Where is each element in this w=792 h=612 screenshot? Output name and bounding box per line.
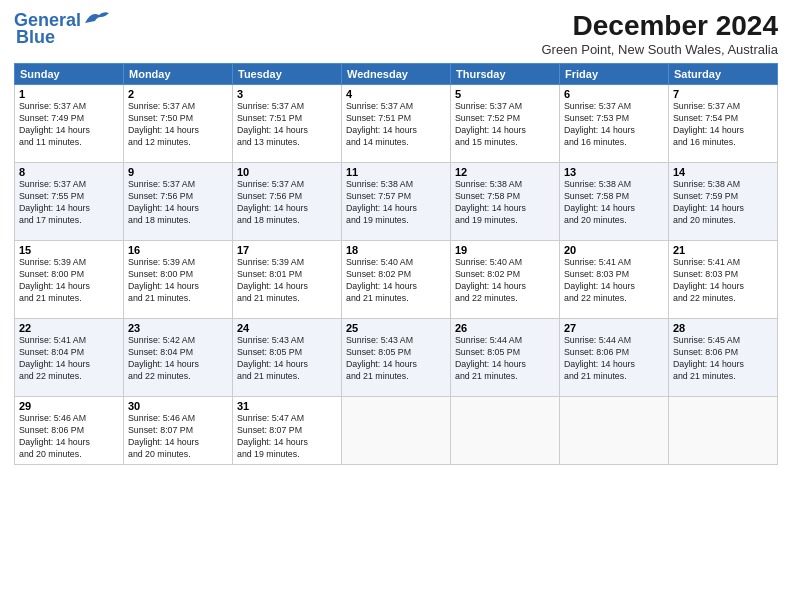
day-number: 23 bbox=[128, 322, 228, 334]
table-row: 24Sunrise: 5:43 AMSunset: 8:05 PMDayligh… bbox=[233, 319, 342, 397]
day-number: 19 bbox=[455, 244, 555, 256]
table-row: 31Sunrise: 5:47 AMSunset: 8:07 PMDayligh… bbox=[233, 397, 342, 465]
day-info: Sunrise: 5:43 AMSunset: 8:05 PMDaylight:… bbox=[237, 335, 337, 383]
day-info: Sunrise: 5:40 AMSunset: 8:02 PMDaylight:… bbox=[346, 257, 446, 305]
table-row bbox=[342, 397, 451, 465]
day-number: 14 bbox=[673, 166, 773, 178]
day-info: Sunrise: 5:37 AMSunset: 7:50 PMDaylight:… bbox=[128, 101, 228, 149]
table-row: 5Sunrise: 5:37 AMSunset: 7:52 PMDaylight… bbox=[451, 85, 560, 163]
day-info: Sunrise: 5:37 AMSunset: 7:56 PMDaylight:… bbox=[128, 179, 228, 227]
table-row bbox=[669, 397, 778, 465]
calendar-week-row: 29Sunrise: 5:46 AMSunset: 8:06 PMDayligh… bbox=[15, 397, 778, 465]
table-row: 23Sunrise: 5:42 AMSunset: 8:04 PMDayligh… bbox=[124, 319, 233, 397]
day-number: 15 bbox=[19, 244, 119, 256]
table-row bbox=[560, 397, 669, 465]
day-info: Sunrise: 5:39 AMSunset: 8:00 PMDaylight:… bbox=[128, 257, 228, 305]
col-tuesday: Tuesday bbox=[233, 64, 342, 85]
page: General Blue December 2024 Green Point, … bbox=[0, 0, 792, 612]
calendar: Sunday Monday Tuesday Wednesday Thursday… bbox=[14, 63, 778, 465]
day-number: 8 bbox=[19, 166, 119, 178]
table-row: 9Sunrise: 5:37 AMSunset: 7:56 PMDaylight… bbox=[124, 163, 233, 241]
day-info: Sunrise: 5:39 AMSunset: 8:01 PMDaylight:… bbox=[237, 257, 337, 305]
day-number: 31 bbox=[237, 400, 337, 412]
table-row: 4Sunrise: 5:37 AMSunset: 7:51 PMDaylight… bbox=[342, 85, 451, 163]
day-number: 2 bbox=[128, 88, 228, 100]
day-info: Sunrise: 5:41 AMSunset: 8:04 PMDaylight:… bbox=[19, 335, 119, 383]
day-info: Sunrise: 5:38 AMSunset: 7:57 PMDaylight:… bbox=[346, 179, 446, 227]
day-number: 30 bbox=[128, 400, 228, 412]
day-info: Sunrise: 5:41 AMSunset: 8:03 PMDaylight:… bbox=[673, 257, 773, 305]
day-number: 3 bbox=[237, 88, 337, 100]
table-row: 25Sunrise: 5:43 AMSunset: 8:05 PMDayligh… bbox=[342, 319, 451, 397]
table-row: 29Sunrise: 5:46 AMSunset: 8:06 PMDayligh… bbox=[15, 397, 124, 465]
table-row: 20Sunrise: 5:41 AMSunset: 8:03 PMDayligh… bbox=[560, 241, 669, 319]
day-info: Sunrise: 5:37 AMSunset: 7:52 PMDaylight:… bbox=[455, 101, 555, 149]
logo-blue: Blue bbox=[16, 27, 55, 48]
col-sunday: Sunday bbox=[15, 64, 124, 85]
day-number: 16 bbox=[128, 244, 228, 256]
calendar-week-row: 1Sunrise: 5:37 AMSunset: 7:49 PMDaylight… bbox=[15, 85, 778, 163]
day-number: 9 bbox=[128, 166, 228, 178]
table-row: 19Sunrise: 5:40 AMSunset: 8:02 PMDayligh… bbox=[451, 241, 560, 319]
day-number: 20 bbox=[564, 244, 664, 256]
day-info: Sunrise: 5:37 AMSunset: 7:54 PMDaylight:… bbox=[673, 101, 773, 149]
day-info: Sunrise: 5:46 AMSunset: 8:07 PMDaylight:… bbox=[128, 413, 228, 461]
day-number: 5 bbox=[455, 88, 555, 100]
day-info: Sunrise: 5:37 AMSunset: 7:55 PMDaylight:… bbox=[19, 179, 119, 227]
table-row: 1Sunrise: 5:37 AMSunset: 7:49 PMDaylight… bbox=[15, 85, 124, 163]
day-number: 18 bbox=[346, 244, 446, 256]
day-info: Sunrise: 5:37 AMSunset: 7:49 PMDaylight:… bbox=[19, 101, 119, 149]
day-info: Sunrise: 5:37 AMSunset: 7:53 PMDaylight:… bbox=[564, 101, 664, 149]
day-info: Sunrise: 5:38 AMSunset: 7:58 PMDaylight:… bbox=[455, 179, 555, 227]
table-row: 13Sunrise: 5:38 AMSunset: 7:58 PMDayligh… bbox=[560, 163, 669, 241]
logo-bird-icon bbox=[83, 9, 111, 29]
day-info: Sunrise: 5:47 AMSunset: 8:07 PMDaylight:… bbox=[237, 413, 337, 461]
table-row: 30Sunrise: 5:46 AMSunset: 8:07 PMDayligh… bbox=[124, 397, 233, 465]
day-number: 24 bbox=[237, 322, 337, 334]
table-row: 8Sunrise: 5:37 AMSunset: 7:55 PMDaylight… bbox=[15, 163, 124, 241]
main-title: December 2024 bbox=[541, 10, 778, 42]
table-row: 6Sunrise: 5:37 AMSunset: 7:53 PMDaylight… bbox=[560, 85, 669, 163]
col-friday: Friday bbox=[560, 64, 669, 85]
day-number: 10 bbox=[237, 166, 337, 178]
table-row: 12Sunrise: 5:38 AMSunset: 7:58 PMDayligh… bbox=[451, 163, 560, 241]
day-number: 26 bbox=[455, 322, 555, 334]
header: General Blue December 2024 Green Point, … bbox=[14, 10, 778, 57]
col-wednesday: Wednesday bbox=[342, 64, 451, 85]
table-row: 21Sunrise: 5:41 AMSunset: 8:03 PMDayligh… bbox=[669, 241, 778, 319]
day-number: 4 bbox=[346, 88, 446, 100]
table-row: 28Sunrise: 5:45 AMSunset: 8:06 PMDayligh… bbox=[669, 319, 778, 397]
table-row bbox=[451, 397, 560, 465]
table-row: 11Sunrise: 5:38 AMSunset: 7:57 PMDayligh… bbox=[342, 163, 451, 241]
table-row: 17Sunrise: 5:39 AMSunset: 8:01 PMDayligh… bbox=[233, 241, 342, 319]
calendar-header-row: Sunday Monday Tuesday Wednesday Thursday… bbox=[15, 64, 778, 85]
day-info: Sunrise: 5:43 AMSunset: 8:05 PMDaylight:… bbox=[346, 335, 446, 383]
calendar-week-row: 15Sunrise: 5:39 AMSunset: 8:00 PMDayligh… bbox=[15, 241, 778, 319]
day-number: 17 bbox=[237, 244, 337, 256]
day-number: 22 bbox=[19, 322, 119, 334]
day-info: Sunrise: 5:37 AMSunset: 7:51 PMDaylight:… bbox=[346, 101, 446, 149]
day-info: Sunrise: 5:41 AMSunset: 8:03 PMDaylight:… bbox=[564, 257, 664, 305]
day-info: Sunrise: 5:39 AMSunset: 8:00 PMDaylight:… bbox=[19, 257, 119, 305]
day-number: 13 bbox=[564, 166, 664, 178]
day-info: Sunrise: 5:38 AMSunset: 7:58 PMDaylight:… bbox=[564, 179, 664, 227]
table-row: 3Sunrise: 5:37 AMSunset: 7:51 PMDaylight… bbox=[233, 85, 342, 163]
col-saturday: Saturday bbox=[669, 64, 778, 85]
day-info: Sunrise: 5:38 AMSunset: 7:59 PMDaylight:… bbox=[673, 179, 773, 227]
table-row: 7Sunrise: 5:37 AMSunset: 7:54 PMDaylight… bbox=[669, 85, 778, 163]
day-info: Sunrise: 5:44 AMSunset: 8:06 PMDaylight:… bbox=[564, 335, 664, 383]
calendar-week-row: 22Sunrise: 5:41 AMSunset: 8:04 PMDayligh… bbox=[15, 319, 778, 397]
col-monday: Monday bbox=[124, 64, 233, 85]
day-number: 7 bbox=[673, 88, 773, 100]
table-row: 26Sunrise: 5:44 AMSunset: 8:05 PMDayligh… bbox=[451, 319, 560, 397]
day-number: 6 bbox=[564, 88, 664, 100]
calendar-week-row: 8Sunrise: 5:37 AMSunset: 7:55 PMDaylight… bbox=[15, 163, 778, 241]
day-number: 29 bbox=[19, 400, 119, 412]
day-number: 27 bbox=[564, 322, 664, 334]
table-row: 2Sunrise: 5:37 AMSunset: 7:50 PMDaylight… bbox=[124, 85, 233, 163]
day-info: Sunrise: 5:40 AMSunset: 8:02 PMDaylight:… bbox=[455, 257, 555, 305]
day-number: 25 bbox=[346, 322, 446, 334]
day-number: 21 bbox=[673, 244, 773, 256]
table-row: 18Sunrise: 5:40 AMSunset: 8:02 PMDayligh… bbox=[342, 241, 451, 319]
day-number: 1 bbox=[19, 88, 119, 100]
